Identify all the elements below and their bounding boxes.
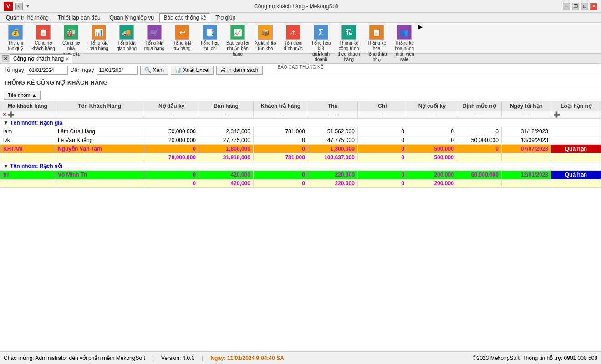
subtotal-no-cuoi: 500,000: [407, 153, 457, 162]
tong-ket-mh-icon: 🛒: [147, 25, 162, 40]
cell-ten: Lê Văn Khẳng: [55, 136, 144, 145]
tong-hop-tc-icon: 📑: [203, 25, 217, 40]
cell-chi: 0: [357, 127, 407, 136]
btn-tong-ket-bh[interactable]: 📊 Tổng kếtbán hàng: [85, 24, 112, 53]
th-ngay: Ngày tới hạn: [501, 101, 551, 111]
close-btn[interactable]: ✕: [590, 3, 597, 10]
cell-loai: Quá hạn: [551, 145, 601, 153]
filter-clear-ma[interactable]: ✕: [2, 111, 7, 118]
filter-add-ma[interactable]: ➕: [8, 111, 15, 118]
btn-xuat-nhap-tk[interactable]: 📦 Xuất nhậptồn kho: [252, 24, 279, 53]
toolbar-scroll-arrow[interactable]: ▶: [418, 24, 423, 30]
group1-name: Tên nhóm: Rạch giá: [10, 120, 62, 126]
ton-duoi-label: Tồn dướiđịnh mức: [284, 40, 303, 51]
cell-ngay: 31/12/2023: [501, 127, 551, 136]
tab-close-btn[interactable]: ✕: [66, 56, 69, 61]
subtotal-kha-tra: 781,000: [253, 153, 308, 162]
title-bar-left: V ↻ ▼: [4, 2, 30, 11]
main-content: Mã khách hàng Tên Khách Hàng Nợ đầu kỳ B…: [0, 101, 601, 351]
th-ma: Mã khách hàng: [0, 101, 55, 111]
maximize-btn[interactable]: □: [581, 3, 588, 10]
to-date-input[interactable]: [97, 66, 138, 75]
btn-thong-ke-hh-tp[interactable]: 📋 Thống kê hoahồng thầu phụ: [363, 24, 390, 64]
filter-cell-thu: —: [308, 111, 357, 119]
cell-dinh-muc: 60,000,000: [457, 171, 501, 179]
thu-chi-label: Thu chitồn quỹ: [8, 40, 23, 51]
cell-ten: Nguyễn Văn Tam: [55, 145, 144, 153]
btn-cong-no-kh[interactable]: 📋 Công nợkhách hàng: [30, 24, 57, 53]
group-toolbar: Tên nhóm ▲: [0, 89, 601, 101]
table-row[interactable]: lam Lâm Cửa Hàng 50,000,000 2,343,000 78…: [0, 127, 601, 136]
subtotal-ma: [0, 153, 55, 162]
title-bar: V ↻ ▼ Công nợ khách hàng - MekongSoft ─ …: [0, 0, 601, 13]
table-row[interactable]: lvk Lê Văn Khẳng 20,000,000 27,775,000 0…: [0, 136, 601, 145]
menu-bao-cao[interactable]: Báo cáo thống kê: [159, 13, 210, 22]
filter-cell-loai: ➕: [551, 111, 601, 119]
status-welcome: Chào mừng: Administrator đến với phần mề…: [4, 355, 145, 361]
group2-collapse-btn[interactable]: ▼: [3, 163, 9, 169]
minimize-btn[interactable]: ─: [563, 3, 570, 10]
cell-no-dau: 20,000,000: [144, 136, 199, 145]
table-row[interactable]: trí Võ Minh Trí 0 420,000 0 220,000 0 20…: [0, 171, 601, 179]
cong-no-kh-icon: 📋: [36, 25, 51, 40]
restore-btn[interactable]: ❐: [572, 3, 579, 10]
filter-cell-dinh-muc: —: [457, 111, 501, 119]
btn-cong-no-ncc[interactable]: 🏭 Công nợ nhàcung cấp: [57, 24, 85, 58]
thong-ke-hh-nv-icon: 👥: [397, 25, 412, 40]
status-separator2: |: [202, 355, 203, 361]
filter-add-loai[interactable]: ➕: [553, 111, 560, 118]
btn-tong-ket-mh[interactable]: 🛒 Tổng kếtmua hàng: [141, 24, 168, 53]
cell-kha-tra: 781,000: [253, 127, 308, 136]
excel-btn[interactable]: 📊 Xuất Excel: [171, 66, 214, 75]
from-date-input[interactable]: [27, 66, 68, 75]
cong-no-kh-label: Công nợkhách hàng: [31, 40, 55, 51]
view-btn[interactable]: 🔍 Xem: [140, 66, 168, 75]
cell-no-cuoi: 0: [407, 127, 457, 136]
tong-ket-th-label: Tổng kếttrả hàng: [173, 40, 191, 51]
tab-cong-no-kh[interactable]: Công nợ khách hàng ✕: [10, 54, 72, 63]
menu-thiet-lap[interactable]: Thiết lập ban đầu: [54, 13, 105, 22]
cell-ten: Lâm Cửa Hàng: [55, 127, 144, 136]
print-icon: 🖨: [220, 67, 226, 73]
btn-tong-hop-kq[interactable]: Σ Tổng hợp kếtquả kinh doanh: [307, 24, 335, 64]
btn-thong-ke-ct[interactable]: 🏗 Thống kê công trìnhtheo khách hàng: [335, 24, 362, 64]
tong-ket-bh-icon: 📊: [92, 25, 106, 40]
group1-collapse-btn[interactable]: ▼: [3, 120, 9, 126]
group1-header: ▼ Tên nhóm: Rạch giá: [0, 119, 601, 127]
th-chi: Chi: [357, 101, 407, 111]
btn-ton-duoi[interactable]: ⚠ Tồn dướiđịnh mức: [280, 24, 307, 53]
cell-ma: lvk: [0, 136, 55, 145]
page-title: THỐNG KÊ CÔNG NỢ KHÁCH HÀNG: [0, 76, 601, 89]
cell-ban-hang: 27,775,000: [199, 136, 254, 145]
quick-access-arrow[interactable]: ▼: [25, 4, 30, 9]
table-scroll-container[interactable]: Mã khách hàng Tên Khách Hàng Nợ đầu kỳ B…: [0, 101, 601, 274]
status-separator1: |: [153, 355, 154, 361]
btn-thong-ke-hh-nv[interactable]: 👥 Thống kê hoa hồngnhân viên sale: [391, 24, 418, 64]
th-thu: Thu: [308, 101, 357, 111]
menu-quan-tri[interactable]: Quản trị hệ thống: [2, 13, 53, 22]
subtotal2-no-dau: 0: [144, 179, 199, 188]
table-row[interactable]: KHTAM Nguyễn Văn Tam 0 1,800,000 0 1,300…: [0, 145, 601, 153]
cell-chi: 0: [357, 136, 407, 145]
tong-hop-tc-label: Tổng hợpthu chi: [200, 40, 219, 51]
btn-thu-chi[interactable]: 💰 Thu chitồn quỹ: [2, 24, 29, 53]
toolbar: 💰 Thu chitồn quỹ 📋 Công nợkhách hàng 🏭 C…: [0, 23, 601, 54]
btn-tong-ket-th[interactable]: ↩ Tổng kếttrả hàng: [168, 24, 196, 53]
filter-cell-no-dau: —: [144, 111, 199, 119]
quick-access-btn[interactable]: ↻: [15, 3, 23, 10]
group2-header-cell: ▼ Tên nhóm: Rạch sỏi: [0, 162, 601, 171]
th-ten: Tên Khách Hàng: [55, 101, 144, 111]
main-table: Mã khách hàng Tên Khách Hàng Nợ đầu kỳ B…: [0, 101, 601, 188]
subtotal-loai: [551, 153, 601, 162]
cell-no-dau: 0: [144, 145, 199, 153]
menu-quan-ly[interactable]: Quản lý nghiệp vụ: [106, 13, 159, 22]
cell-no-cuoi: 200,000: [407, 171, 457, 179]
btn-bao-cao-ln[interactable]: 📈 Báo cáo lợinhuận bán hàng: [224, 24, 251, 58]
group-by-btn[interactable]: Tên nhóm ▲: [4, 91, 41, 100]
close-all-tabs-btn[interactable]: ✕: [2, 55, 9, 62]
btn-tong-hop-tc[interactable]: 📑 Tổng hợpthu chi: [196, 24, 224, 53]
menu-tro-giup[interactable]: Trợ giúp: [211, 13, 239, 22]
print-btn[interactable]: 🖨 In danh sách: [216, 66, 263, 75]
filter-cell-ban-hang: —: [199, 111, 254, 119]
btn-tong-ket-gh[interactable]: 🚚 Tổng kếtgiao hàng: [113, 24, 140, 53]
